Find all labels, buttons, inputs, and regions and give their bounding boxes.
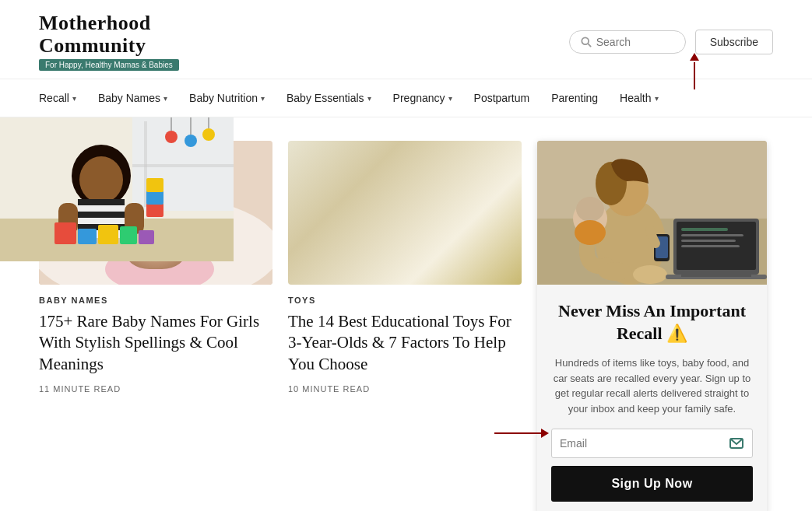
svg-rect-63 [681, 275, 751, 277]
article-category: BABY NAMES [39, 296, 272, 305]
svg-rect-58 [681, 228, 728, 231]
article-title: 175+ Rare Baby Names For Girls With Styl… [39, 311, 272, 375]
nav-item-health[interactable]: Health ▾ [609, 89, 669, 107]
signup-button[interactable]: Sign Up Now [551, 466, 753, 502]
chevron-down-icon: ▾ [72, 94, 76, 103]
popup-header-image [537, 141, 767, 285]
svg-line-1 [588, 44, 591, 47]
nav-item-pregnancy[interactable]: Pregnancy ▾ [382, 89, 463, 107]
main-arrow [494, 429, 549, 438]
svg-point-0 [582, 37, 589, 44]
article-category: TOYS [288, 296, 522, 305]
article-read-time: 11 MINUTE READ [39, 384, 272, 394]
svg-point-54 [598, 262, 632, 281]
svg-rect-60 [681, 240, 736, 242]
chevron-down-icon: ▾ [448, 94, 452, 103]
logo-tagline: For Happy, Healthy Mamas & Babies [39, 59, 179, 71]
header-right: Subscribe [569, 30, 773, 54]
chevron-down-icon: ▾ [163, 94, 167, 103]
chevron-down-icon: ▾ [261, 94, 265, 103]
nav-item-baby-names[interactable]: Baby Names ▾ [87, 89, 178, 107]
popup-description: Hundreds of items like toys, baby food, … [551, 355, 753, 416]
nav-item-postpartum[interactable]: Postpartum [463, 89, 541, 107]
article-image-toys [288, 141, 522, 285]
popup-title: Never Miss An Important Recall ⚠️ [551, 300, 753, 345]
svg-rect-59 [681, 234, 743, 236]
svg-rect-61 [681, 245, 740, 247]
toys-image-placeholder [288, 141, 522, 285]
nav-item-recall[interactable]: Recall ▾ [39, 89, 87, 107]
subscribe-arrow [690, 53, 699, 89]
email-input[interactable] [560, 437, 729, 450]
article-read-time: 10 MINUTE READ [288, 384, 522, 394]
subscribe-button[interactable]: Subscribe [695, 30, 773, 54]
email-input-row[interactable] [551, 429, 753, 458]
search-icon [581, 37, 592, 47]
article-card-toys[interactable]: TOYS The 14 Best Educational Toys For 3-… [288, 141, 522, 511]
svg-point-52 [576, 197, 604, 222]
article-title: The 14 Best Educational Toys For 3-Year-… [288, 311, 522, 375]
nav-item-baby-essentials[interactable]: Baby Essentials ▾ [276, 89, 382, 107]
chevron-down-icon: ▾ [367, 94, 371, 103]
logo[interactable]: Motherhood Community For Happy, Healthy … [39, 12, 179, 71]
nav-item-parenting[interactable]: Parenting [540, 89, 609, 107]
svg-point-55 [633, 265, 667, 284]
nav-item-baby-nutrition[interactable]: Baby Nutrition ▾ [178, 89, 276, 107]
email-icon [729, 436, 744, 451]
search-input[interactable] [596, 36, 674, 48]
popup-content: Never Miss An Important Recall ⚠️ Hundre… [537, 285, 767, 511]
search-box[interactable] [569, 30, 686, 54]
main-content: BABY NAMES 175+ Rare Baby Names For Girl… [0, 117, 812, 511]
logo-text: Motherhood Community [39, 12, 179, 57]
recall-signup-popup: Never Miss An Important Recall ⚠️ Hundre… [537, 141, 767, 511]
svg-point-53 [575, 220, 606, 245]
chevron-down-icon: ▾ [655, 94, 659, 103]
